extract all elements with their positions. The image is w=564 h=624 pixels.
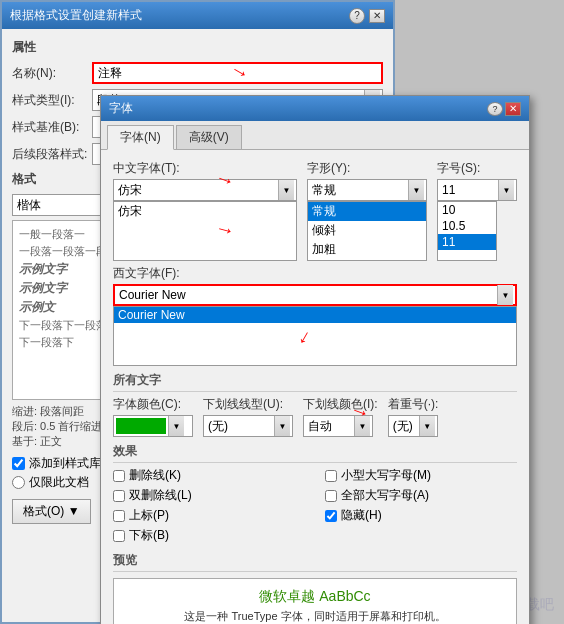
font-dialog-close-button[interactable]: ✕	[505, 102, 521, 116]
all-chars-title: 所有文字	[113, 372, 517, 392]
small-caps-row: 小型大写字母(M)	[325, 467, 517, 484]
main-close-button[interactable]: ✕	[369, 9, 385, 23]
font-color-picker[interactable]: ▼	[113, 415, 193, 437]
hidden-row: 隐藏(H)	[325, 507, 517, 524]
size-value: 11	[442, 183, 455, 197]
strikethrough-label: 删除线(K)	[129, 467, 181, 484]
font-color-arrow[interactable]: ▼	[168, 416, 184, 436]
underline-value: (无)	[208, 418, 228, 435]
underline-label: 下划线线型(U):	[203, 396, 293, 413]
effects-title: 效果	[113, 443, 517, 463]
western-font-combo[interactable]: Courier New ▼	[113, 284, 517, 306]
western-font-value: Courier New	[119, 288, 186, 302]
western-font-courier[interactable]: Courier New	[114, 307, 516, 323]
underline-color-value: 自动	[308, 418, 332, 435]
only-this-doc-radio[interactable]	[12, 476, 25, 489]
double-strikethrough-checkbox[interactable]	[113, 490, 125, 502]
add-to-styles-checkbox[interactable]	[12, 457, 25, 470]
chinese-font-arrow[interactable]: ▼	[278, 180, 294, 200]
style-list[interactable]: 常规 倾斜 加粗	[307, 201, 427, 261]
subscript-row: 下标(B)	[113, 527, 305, 544]
emphasis-arrow[interactable]: ▼	[419, 416, 435, 436]
small-caps-label: 小型大写字母(M)	[341, 467, 431, 484]
name-input[interactable]	[92, 62, 383, 84]
style-combo[interactable]: 常规 ▼	[307, 179, 427, 201]
next-para-label: 后续段落样式:	[12, 146, 92, 163]
underline-color-label: 下划线颜色(I):	[303, 396, 378, 413]
all-caps-row: 全部大写字母(A)	[325, 487, 517, 504]
size-list[interactable]: 10 10.5 11	[437, 201, 497, 261]
format-button[interactable]: 格式(O) ▼	[12, 499, 91, 524]
preview-note: 这是一种 TrueType 字体，同时适用于屏幕和打印机。	[184, 609, 445, 624]
effects-left: 删除线(K) 双删除线(L) 上标(P) 下标(B)	[113, 467, 305, 544]
font-dialog-titlebar: 字体 ? ✕	[101, 96, 529, 121]
preview-text: 微软卓越 AaBbCc	[259, 588, 370, 606]
underline-color-combo[interactable]: 自动 ▼	[303, 415, 373, 437]
size-combo[interactable]: 11 ▼	[437, 179, 517, 201]
style-value: 常规	[312, 182, 336, 199]
emphasis-combo[interactable]: (无) ▼	[388, 415, 438, 437]
size-10-5[interactable]: 10.5	[438, 218, 496, 234]
strikethrough-row: 删除线(K)	[113, 467, 305, 484]
style-type-label: 样式类型(I):	[12, 92, 92, 109]
preview-title: 预览	[113, 552, 517, 572]
preview-section: 微软卓越 AaBbCc 这是一种 TrueType 字体，同时适用于屏幕和打印机…	[113, 578, 517, 624]
chinese-font-option-fangsi[interactable]: 仿宋	[114, 202, 296, 221]
emphasis-label: 着重号(·):	[388, 396, 439, 413]
only-this-doc-label: 仅限此文档	[29, 474, 89, 491]
add-to-styles-label: 添加到样式库	[29, 455, 101, 472]
main-title: 根据格式设置创建新样式	[10, 7, 142, 24]
name-label: 名称(N):	[12, 65, 92, 82]
font-dialog-title: 字体	[109, 100, 133, 117]
style-bold[interactable]: 加粗	[308, 240, 426, 259]
font-color-label: 字体颜色(C):	[113, 396, 193, 413]
only-this-doc-row: 仅限此文档	[12, 474, 89, 491]
font-value: 楷体	[17, 197, 41, 214]
emphasis-value: (无)	[393, 418, 413, 435]
font-dialog: 字体 ? ✕ 字体(N) 高级(V) 中文字体(T): 仿宋 ▼ 仿宋 字形(Y…	[100, 95, 530, 624]
subscript-label: 下标(B)	[129, 527, 169, 544]
western-font-label: 西文字体(F):	[113, 265, 517, 282]
subscript-checkbox[interactable]	[113, 530, 125, 542]
all-caps-label: 全部大写字母(A)	[341, 487, 429, 504]
chinese-font-label: 中文字体(T):	[113, 160, 297, 177]
small-caps-checkbox[interactable]	[325, 470, 337, 482]
tab-advanced[interactable]: 高级(V)	[176, 125, 242, 149]
properties-section-header: 属性	[12, 39, 383, 56]
all-caps-checkbox[interactable]	[325, 490, 337, 502]
tab-font[interactable]: 字体(N)	[107, 125, 174, 150]
superscript-label: 上标(P)	[129, 507, 169, 524]
style-arrow[interactable]: ▼	[408, 180, 424, 200]
underline-color-arrow[interactable]: ▼	[354, 416, 370, 436]
main-titlebar: 根据格式设置创建新样式 ? ✕	[2, 2, 393, 29]
effects-right: 小型大写字母(M) 全部大写字母(A) 隐藏(H)	[325, 467, 517, 544]
strikethrough-checkbox[interactable]	[113, 470, 125, 482]
chinese-font-list[interactable]: 仿宋	[113, 201, 297, 261]
double-strikethrough-label: 双删除线(L)	[129, 487, 192, 504]
underline-combo[interactable]: (无) ▼	[203, 415, 293, 437]
size-arrow[interactable]: ▼	[498, 180, 514, 200]
western-font-list[interactable]: Courier New	[113, 306, 517, 366]
add-to-styles-row: 添加到样式库	[12, 455, 101, 472]
chinese-font-value: 仿宋	[118, 182, 142, 199]
style-label: 字形(Y):	[307, 160, 427, 177]
chinese-font-combo[interactable]: 仿宋 ▼	[113, 179, 297, 201]
font-color-swatch	[116, 418, 166, 434]
hidden-checkbox[interactable]	[325, 510, 337, 522]
western-font-arrow[interactable]: ▼	[497, 285, 513, 305]
double-strikethrough-row: 双删除线(L)	[113, 487, 305, 504]
superscript-checkbox[interactable]	[113, 510, 125, 522]
font-dialog-tabs: 字体(N) 高级(V)	[101, 121, 529, 150]
size-11[interactable]: 11	[438, 234, 496, 250]
font-dialog-help-button[interactable]: ?	[487, 102, 503, 116]
main-help-button[interactable]: ?	[349, 8, 365, 24]
style-italic[interactable]: 倾斜	[308, 221, 426, 240]
size-label: 字号(S):	[437, 160, 517, 177]
size-10[interactable]: 10	[438, 202, 496, 218]
style-regular[interactable]: 常规	[308, 202, 426, 221]
underline-arrow[interactable]: ▼	[274, 416, 290, 436]
hidden-label: 隐藏(H)	[341, 507, 382, 524]
superscript-row: 上标(P)	[113, 507, 305, 524]
style-base-label: 样式基准(B):	[12, 119, 92, 136]
